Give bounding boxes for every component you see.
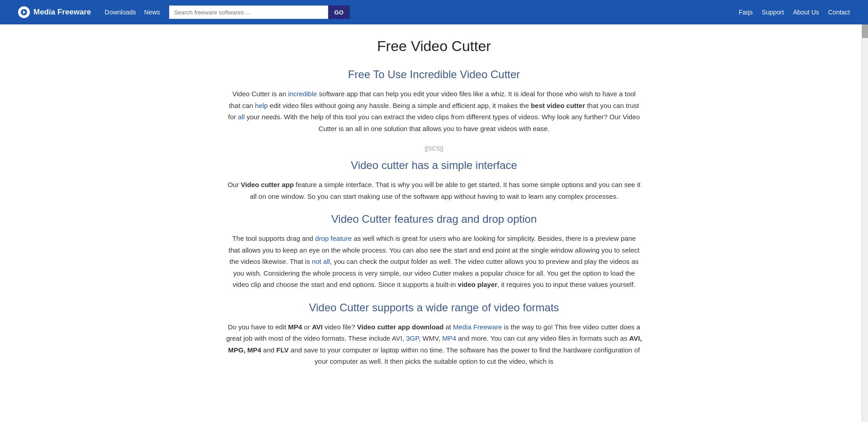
- section-formats: Video Cutter supports a wide range of vi…: [226, 301, 642, 367]
- page-title: Free Video Cutter: [226, 38, 642, 55]
- link-incredible[interactable]: incredible: [288, 90, 317, 98]
- go-button[interactable]: GO: [328, 5, 350, 19]
- search-area: GO: [169, 5, 350, 19]
- logo-text: Media Freeware: [33, 8, 91, 17]
- scs-placeholder: [[SCS]]: [226, 145, 642, 152]
- main-content: Free Video Cutter Free To Use Incredible…: [217, 24, 651, 396]
- link-drop-feature[interactable]: drop feature: [315, 234, 352, 242]
- nav-left: Downloads News: [105, 9, 160, 16]
- scrollbar-thumb[interactable]: [862, 24, 868, 38]
- nav-downloads[interactable]: Downloads: [105, 9, 136, 16]
- link-all1[interactable]: all: [238, 113, 245, 121]
- nav-news[interactable]: News: [144, 9, 160, 16]
- nav-support[interactable]: Support: [762, 9, 784, 16]
- section3-body: The tool supports drag and drop feature …: [226, 233, 642, 291]
- logo[interactable]: Media Freeware: [18, 6, 91, 18]
- section3-title: Video Cutter features drag and drop opti…: [226, 213, 642, 225]
- section4-body: Do you have to edit MP4 or AVI video fil…: [226, 321, 642, 367]
- nav-about-us[interactable]: About Us: [793, 9, 819, 16]
- link-not-all[interactable]: not all: [312, 258, 330, 265]
- header: Media Freeware Downloads News GO Faqs Su…: [0, 0, 868, 24]
- search-input[interactable]: [169, 5, 328, 19]
- nav-right: Faqs Support About Us Contact: [739, 9, 850, 16]
- nav-faqs[interactable]: Faqs: [739, 9, 753, 16]
- link-3gp[interactable]: 3GP: [406, 334, 419, 342]
- scrollbar[interactable]: [862, 24, 868, 396]
- section-intro: Free To Use Incredible Video Cutter Vide…: [226, 68, 642, 152]
- section2-body: Our Video cutter app feature a simple in…: [226, 179, 642, 202]
- section4-title: Video Cutter supports a wide range of vi…: [226, 301, 642, 314]
- section-dragdrop: Video Cutter features drag and drop opti…: [226, 213, 642, 291]
- link-help[interactable]: help: [255, 102, 268, 109]
- section-interface: Video cutter has a simple interface Our …: [226, 159, 642, 202]
- section1-title: Free To Use Incredible Video Cutter: [226, 68, 642, 81]
- nav-contact[interactable]: Contact: [828, 9, 850, 16]
- section1-body: Video Cutter is an incredible software a…: [226, 88, 642, 134]
- link-media-freeware[interactable]: Media Freeware: [453, 323, 502, 331]
- logo-icon: [18, 6, 30, 18]
- section2-title: Video cutter has a simple interface: [226, 159, 642, 172]
- link-mp4[interactable]: MP4: [442, 334, 456, 342]
